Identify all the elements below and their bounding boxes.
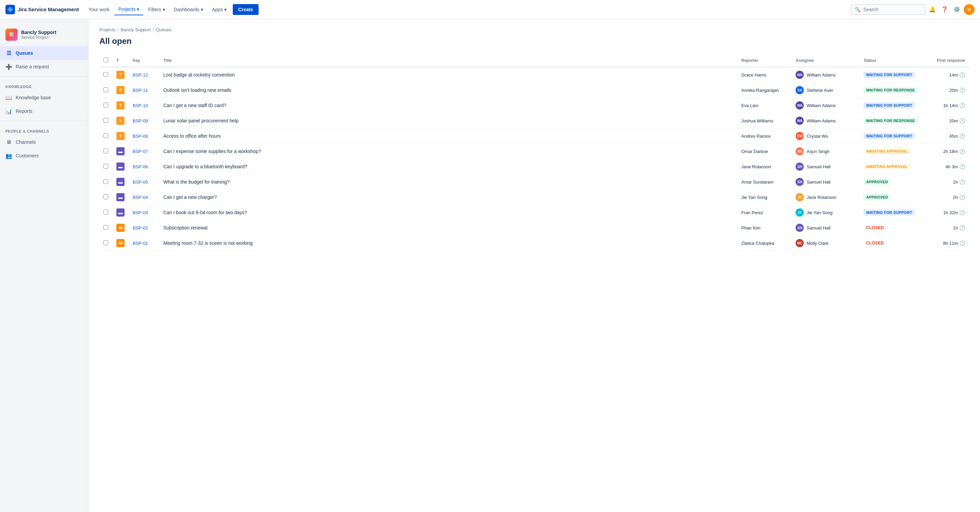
row-key: BSP-10 [129, 98, 159, 113]
row-checkbox[interactable] [103, 149, 108, 153]
row-checkbox[interactable] [103, 240, 108, 245]
issue-key-link[interactable]: BSP-03 [133, 210, 148, 215]
assignee-avatar: WA [795, 101, 804, 109]
nav-your-work[interactable]: Your work [84, 4, 114, 15]
row-checkbox[interactable] [103, 179, 108, 184]
issue-key-link[interactable]: BSP-12 [133, 73, 148, 78]
row-status: CLOSED [859, 236, 921, 251]
help-button[interactable]: ❓ [939, 4, 950, 15]
issue-key-link[interactable]: BSP-05 [133, 179, 148, 185]
sidebar-item-knowledge-base[interactable]: 📖 Knowledge base [0, 91, 88, 105]
sidebar-divider-1 [0, 76, 88, 76]
sidebar-item-raise-request[interactable]: ➕ Raise a request [0, 60, 88, 73]
row-type: ✉ [112, 220, 129, 236]
row-first-response: 2h 🕐 [921, 190, 969, 205]
clock-icon: 🕐 [959, 87, 965, 93]
col-header-first-response: First response [921, 54, 969, 67]
row-type: ? [112, 128, 129, 144]
nav-apps[interactable]: Apps ▾ [208, 4, 231, 15]
issue-title[interactable]: Can I get a new staff ID card? [163, 103, 226, 108]
breadcrumb-queues[interactable]: Queues [156, 27, 172, 32]
issue-key-link[interactable]: BSP-02 [133, 225, 148, 230]
row-checkbox-cell [99, 236, 112, 251]
row-checkbox[interactable] [103, 72, 108, 77]
assignee-name: Jie Yan Song [807, 210, 832, 215]
chevron-down-icon: ▾ [163, 7, 165, 12]
row-key: BSP-05 [129, 174, 159, 190]
issue-title[interactable]: Lost badge at rocketry convention [163, 72, 235, 78]
first-response-value: 20m [950, 88, 958, 93]
row-type: ▬ [112, 174, 129, 190]
row-checkbox-cell [99, 67, 112, 82]
issue-title[interactable]: Can I get a new charger? [163, 195, 217, 200]
row-checkbox[interactable] [103, 225, 108, 230]
row-checkbox[interactable] [103, 133, 108, 138]
breadcrumb-projects[interactable]: Projects [99, 27, 115, 32]
row-checkbox[interactable] [103, 103, 108, 108]
type-icon: ▬ [116, 208, 124, 217]
clock-icon: 🕐 [959, 240, 965, 246]
row-title: Can I book out 8-04 room for two days? [159, 205, 737, 220]
nav-projects[interactable]: Projects ▾ [115, 4, 143, 15]
col-header-key: Key [129, 54, 159, 67]
status-badge: WAITING FOR SUPPORT [864, 209, 914, 216]
row-first-response: 20m 🕐 [921, 113, 969, 128]
issue-key-link[interactable]: BSP-09 [133, 118, 148, 124]
row-checkbox[interactable] [103, 87, 108, 92]
row-reporter: Amar Sundaram [737, 174, 791, 190]
status-badge: APPROVED [864, 194, 890, 200]
assignee-avatar: AS [795, 147, 804, 155]
search-box[interactable]: 🔍 Search [851, 4, 926, 15]
top-navigation: Jira Service Management Your work Projec… [0, 0, 980, 19]
issue-key-link[interactable]: BSP-01 [133, 241, 148, 246]
create-button[interactable]: Create [233, 4, 259, 15]
table-row: ▬ BSP-07 Can I expense some supplies for… [99, 144, 969, 159]
nav-dashboards[interactable]: Dashboards ▾ [170, 4, 208, 15]
main-content: Projects / Bancly Support / Queues All o… [89, 19, 980, 512]
issue-title[interactable]: Outlook isn't loading new emails [163, 87, 231, 93]
breadcrumb-bancly-support[interactable]: Bancly Support [121, 27, 151, 32]
issue-key-link[interactable]: BSP-10 [133, 103, 148, 108]
notifications-button[interactable]: 🔔 [927, 4, 938, 15]
issue-title[interactable]: Can I expense some supplies for a worksh… [163, 149, 261, 154]
nav-filters[interactable]: Filters ▾ [144, 4, 169, 15]
user-avatar[interactable]: U [964, 4, 975, 15]
reporter-name: Grace Harris [741, 73, 766, 78]
reporter-name: Fran Perez [741, 210, 763, 215]
row-assignee: SH Samuel Hall [791, 159, 859, 174]
issue-title[interactable]: Can I upgrade to a bluetooth keyboard? [163, 164, 247, 169]
status-badge: AWAITING APPROVAL [864, 148, 910, 154]
issue-key-link[interactable]: BSP-04 [133, 195, 148, 200]
sidebar-item-customers[interactable]: 👥 Customers [0, 149, 88, 163]
logo-link[interactable]: Jira Service Management [5, 5, 79, 14]
issue-key-link[interactable]: BSP-07 [133, 149, 148, 154]
issue-title[interactable]: Access to office after hours [163, 133, 221, 139]
issue-key-link[interactable]: BSP-11 [133, 88, 148, 93]
issue-title[interactable]: Subscription renewal [163, 225, 208, 230]
row-assignee: SH Samuel Hall [791, 174, 859, 190]
type-icon: ▬ [116, 178, 124, 186]
top-nav-right: 🔍 Search 🔔 ❓ ⚙️ U [851, 4, 975, 15]
sidebar-item-queues[interactable]: ☰ Queues [0, 46, 88, 60]
issue-title[interactable]: Meeting room 7-32 is sceen is not workin… [163, 240, 253, 246]
row-status: AWAITING APPROVAL [859, 144, 921, 159]
row-checkbox[interactable] [103, 118, 108, 123]
settings-button[interactable]: ⚙️ [951, 4, 962, 15]
project-icon: 🛠 [5, 29, 18, 41]
issue-key-link[interactable]: BSP-08 [133, 134, 148, 139]
assignee-name: Samuel Hall [807, 179, 830, 185]
select-all-checkbox[interactable] [103, 57, 108, 62]
clock-icon: 🕐 [959, 149, 965, 154]
sidebar-item-reports[interactable]: 📊 Reports [0, 105, 88, 118]
sidebar-item-channels[interactable]: 🖥 Channels [0, 135, 88, 149]
row-checkbox[interactable] [103, 195, 108, 199]
row-checkbox[interactable] [103, 210, 108, 214]
row-assignee: MC Molly Clark [791, 236, 859, 251]
breadcrumb: Projects / Bancly Support / Queues [99, 27, 969, 32]
issue-key-link[interactable]: BSP-06 [133, 164, 148, 169]
issue-title[interactable]: Can I book out 8-04 room for two days? [163, 210, 247, 215]
issue-title[interactable]: What is the budget for training? [163, 179, 230, 185]
issue-title[interactable]: Lunar solar panel procurement help [163, 118, 239, 124]
row-checkbox[interactable] [103, 164, 108, 169]
row-type: ? [112, 113, 129, 128]
